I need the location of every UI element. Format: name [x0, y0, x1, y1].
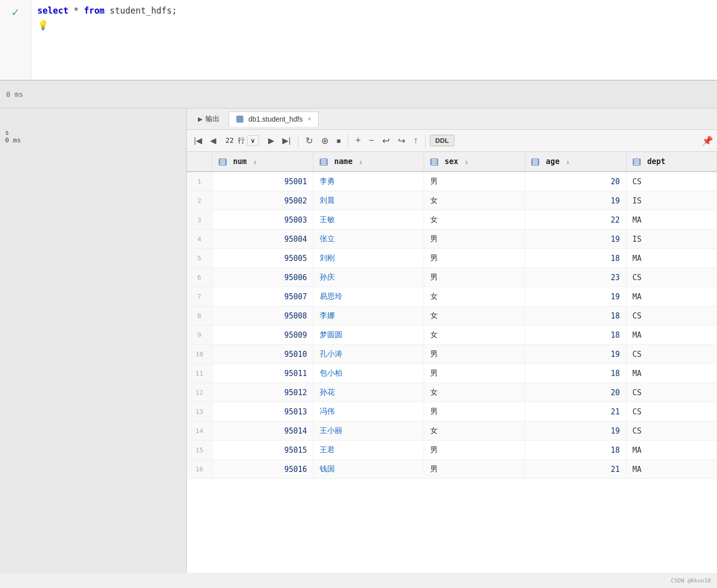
play-icon: ▶	[198, 116, 202, 123]
col-header-age[interactable]: age ⇕	[525, 152, 627, 172]
cell-num: 95003	[212, 210, 314, 230]
redo-button[interactable]: ↪	[395, 133, 408, 148]
cell-dept: CS	[626, 306, 716, 326]
left-rows-label: s	[5, 129, 9, 136]
row-number: 2	[187, 191, 212, 210]
sql-keyword-from: from	[84, 6, 105, 16]
cell-sex: 男	[424, 249, 525, 268]
up-button[interactable]: ↑	[411, 133, 421, 148]
refresh-button[interactable]: ↻	[302, 133, 316, 148]
data-table-container[interactable]: num ⇕ name ⇕ sex ⇕	[187, 152, 717, 573]
ddl-button[interactable]: DDL	[430, 135, 454, 146]
nav-prev-button[interactable]: ◀	[207, 134, 219, 147]
cell-age: 18	[525, 249, 627, 268]
table-row[interactable]: 9 95009 梦圆圆 女 18 MA	[187, 326, 717, 345]
cell-name: 王君	[314, 441, 424, 460]
hint-icon: 💡	[37, 20, 711, 30]
table-row[interactable]: 3 95003 王敏 女 22 MA	[187, 210, 717, 230]
col-icon-age	[531, 158, 539, 166]
col-header-sex[interactable]: sex ⇕	[424, 152, 525, 172]
row-number-header	[187, 152, 212, 172]
cell-age: 18	[525, 441, 627, 460]
row-number: 10	[187, 345, 212, 364]
tab-close-icon[interactable]: ×	[308, 116, 311, 123]
row-number: 3	[187, 210, 212, 230]
nav-next-button[interactable]: ▶	[265, 134, 277, 147]
table-row[interactable]: 5 95005 刘刚 男 18 MA	[187, 249, 717, 268]
cell-num: 95007	[212, 287, 314, 306]
cell-dept: MA	[626, 210, 716, 230]
cell-num: 95009	[212, 326, 314, 345]
status-text: 0 ms	[6, 90, 23, 98]
cell-name: 李勇	[314, 172, 424, 191]
table-row[interactable]: 11 95011 包小柏 男 18 MA	[187, 364, 717, 383]
cell-name: 张立	[314, 230, 424, 249]
table-row[interactable]: 14 95014 王小丽 女 19 CS	[187, 421, 717, 441]
rows-info: 22 行 ∨	[221, 135, 263, 146]
nav-last-button[interactable]: ▶|	[279, 134, 293, 147]
table-row[interactable]: 2 95002 刘晨 女 19 IS	[187, 191, 717, 210]
tab-table-label: db1.student_hdfs	[248, 115, 302, 123]
sql-star: *	[74, 6, 84, 16]
table-row[interactable]: 13 95013 冯伟 男 21 CS	[187, 402, 717, 421]
sort-icon-age[interactable]: ⇕	[566, 159, 570, 166]
sql-table-name: student_hdfs;	[110, 6, 177, 16]
table-row[interactable]: 1 95001 李勇 男 20 CS	[187, 172, 717, 191]
nav-first-button[interactable]: |◀	[191, 134, 205, 147]
undo-button[interactable]: ↩	[379, 133, 393, 148]
table-body: 1 95001 李勇 男 20 CS 2 95002 刘晨 女 19 IS 3 …	[187, 172, 717, 479]
sort-icon-name[interactable]: ⇕	[359, 159, 363, 166]
pin-icon[interactable]: 📌	[702, 135, 713, 146]
delete-row-button[interactable]: −	[366, 133, 378, 148]
zoom-button[interactable]: ⊕	[318, 133, 332, 148]
table-row[interactable]: 8 95008 李娜 女 18 CS	[187, 306, 717, 326]
col-header-num[interactable]: num ⇕	[212, 152, 314, 172]
main-layout: ✓ select * from student_hdfs; 💡 0 ms s 0…	[0, 0, 717, 573]
sort-icon-sex[interactable]: ⇕	[465, 159, 469, 166]
check-icon: ✓	[12, 5, 19, 19]
stop-button[interactable]: ■	[334, 135, 344, 147]
cell-name: 李娜	[314, 306, 424, 326]
editor-content[interactable]: select * from student_hdfs; 💡	[31, 0, 717, 80]
cell-sex: 男	[424, 172, 525, 191]
cell-dept: CS	[626, 345, 716, 364]
tab-output[interactable]: ▶ 输出	[191, 112, 227, 127]
cell-dept: CS	[626, 383, 716, 402]
table-header-row: num ⇕ name ⇕ sex ⇕	[187, 152, 717, 172]
cell-num: 95010	[212, 345, 314, 364]
cell-name: 易思玲	[314, 287, 424, 306]
col-header-dept[interactable]: dept	[626, 152, 716, 172]
cell-dept: CS	[626, 421, 716, 441]
table-row[interactable]: 7 95007 易思玲 女 19 MA	[187, 287, 717, 306]
separator-1	[298, 135, 298, 147]
cell-age: 21	[525, 402, 627, 421]
cell-dept: MA	[626, 460, 716, 479]
cell-name: 孙庆	[314, 268, 424, 287]
col-icon-dept	[633, 158, 641, 166]
table-row[interactable]: 15 95015 王君 男 18 MA	[187, 441, 717, 460]
cell-age: 22	[525, 210, 627, 230]
table-row[interactable]: 10 95010 孔小涛 男 19 CS	[187, 345, 717, 364]
editor-gutter: ✓	[0, 0, 31, 80]
cell-age: 20	[525, 383, 627, 402]
table-row[interactable]: 6 95006 孙庆 男 23 CS	[187, 268, 717, 287]
cell-num: 95004	[212, 230, 314, 249]
cell-sex: 男	[424, 460, 525, 479]
cell-name: 冯伟	[314, 402, 424, 421]
rows-dropdown[interactable]: ∨	[247, 135, 259, 146]
row-number: 5	[187, 249, 212, 268]
col-label-num: num	[233, 157, 247, 166]
cell-dept: IS	[626, 230, 716, 249]
table-row[interactable]: 4 95004 张立 男 19 IS	[187, 230, 717, 249]
table-row[interactable]: 12 95012 孙花 女 20 CS	[187, 383, 717, 402]
add-row-button[interactable]: +	[352, 133, 364, 148]
tab-output-label: 输出	[206, 115, 220, 124]
col-header-name[interactable]: name ⇕	[314, 152, 424, 172]
cell-sex: 男	[424, 268, 525, 287]
cell-name: 王敏	[314, 210, 424, 230]
cell-sex: 男	[424, 345, 525, 364]
table-row[interactable]: 16 95016 钱国 男 21 MA	[187, 460, 717, 479]
tab-table[interactable]: db1.student_hdfs ×	[229, 112, 319, 127]
row-number: 16	[187, 460, 212, 479]
sort-icon-num[interactable]: ⇕	[253, 159, 257, 166]
